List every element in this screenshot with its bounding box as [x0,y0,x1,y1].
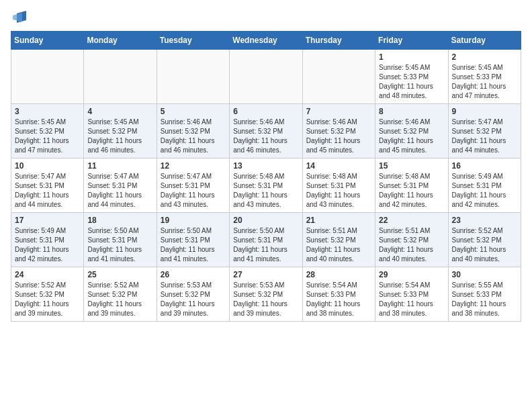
sunset: Sunset: 5:31 PM [379,182,429,189]
sunset: Sunset: 5:33 PM [452,73,502,81]
day-info: Sunrise: 5:54 AM Sunset: 5:33 PM Dayligh… [306,281,371,318]
sunset: Sunset: 5:32 PM [161,128,210,135]
calendar-cell: 4 Sunrise: 5:45 AM Sunset: 5:32 PM Dayli… [84,104,157,158]
day-number: 13 [233,161,298,171]
sunset: Sunset: 5:32 PM [233,128,283,135]
sunrise: Sunrise: 5:53 AM [233,281,284,289]
svg-marker-1 [13,13,22,22]
day-info: Sunrise: 5:51 AM Sunset: 5:32 PM Dayligh… [306,226,371,264]
day-info: Sunrise: 5:47 AM Sunset: 5:32 PM Dayligh… [452,118,517,155]
day-number: 19 [161,216,226,225]
sunrise: Sunrise: 5:55 AM [452,281,503,289]
sunset: Sunset: 5:32 PM [306,236,356,244]
day-info: Sunrise: 5:52 AM Sunset: 5:32 PM Dayligh… [87,281,152,318]
daylight: Daylight: 11 hours and 46 minutes. [87,137,142,154]
day-info: Sunrise: 5:48 AM Sunset: 5:31 PM Dayligh… [379,172,444,210]
day-number: 16 [452,161,517,171]
day-info: Sunrise: 5:47 AM Sunset: 5:31 PM Dayligh… [161,172,226,210]
calendar-cell: 1 Sunrise: 5:45 AM Sunset: 5:33 PM Dayli… [375,50,448,104]
day-number: 11 [87,161,152,171]
calendar-cell: 15 Sunrise: 5:48 AM Sunset: 5:31 PM Dayl… [375,158,448,213]
calendar-cell: 24 Sunrise: 5:52 AM Sunset: 5:32 PM Dayl… [11,267,84,322]
week-row-1: 1 Sunrise: 5:45 AM Sunset: 5:33 PM Dayli… [11,50,521,104]
day-info: Sunrise: 5:46 AM Sunset: 5:32 PM Dayligh… [379,118,444,155]
week-row-2: 3 Sunrise: 5:45 AM Sunset: 5:32 PM Dayli… [11,104,521,158]
day-number: 15 [379,161,444,171]
sunset: Sunset: 5:31 PM [15,236,64,244]
daylight: Daylight: 11 hours and 44 minutes. [87,191,142,208]
day-info: Sunrise: 5:46 AM Sunset: 5:32 PM Dayligh… [161,118,226,155]
daylight: Daylight: 11 hours and 47 minutes. [452,83,506,99]
sunset: Sunset: 5:32 PM [87,128,137,135]
sunrise: Sunrise: 5:48 AM [379,173,430,180]
daylight: Daylight: 11 hours and 41 minutes. [87,246,142,263]
day-info: Sunrise: 5:48 AM Sunset: 5:31 PM Dayligh… [233,172,298,210]
day-number: 6 [233,107,298,116]
sunrise: Sunrise: 5:45 AM [15,118,66,126]
day-info: Sunrise: 5:45 AM Sunset: 5:33 PM Dayligh… [452,63,517,101]
calendar-cell: 6 Sunrise: 5:46 AM Sunset: 5:32 PM Dayli… [230,104,302,158]
day-number: 21 [306,216,371,225]
calendar-cell: 13 Sunrise: 5:48 AM Sunset: 5:31 PM Dayl… [230,158,302,213]
day-info: Sunrise: 5:47 AM Sunset: 5:31 PM Dayligh… [15,172,80,210]
week-row-3: 10 Sunrise: 5:47 AM Sunset: 5:31 PM Dayl… [11,158,521,213]
day-info: Sunrise: 5:45 AM Sunset: 5:32 PM Dayligh… [87,118,152,155]
sunrise: Sunrise: 5:47 AM [452,118,503,126]
sunrise: Sunrise: 5:49 AM [452,173,503,180]
daylight: Daylight: 11 hours and 42 minutes. [15,246,69,263]
day-info: Sunrise: 5:54 AM Sunset: 5:33 PM Dayligh… [379,281,444,318]
day-info: Sunrise: 5:53 AM Sunset: 5:32 PM Dayligh… [233,281,298,318]
day-number: 29 [379,270,444,279]
daylight: Daylight: 11 hours and 42 minutes. [379,191,433,208]
sunrise: Sunrise: 5:52 AM [15,281,66,289]
day-info: Sunrise: 5:52 AM Sunset: 5:32 PM Dayligh… [452,226,517,264]
sunset: Sunset: 5:32 PM [452,236,502,244]
calendar-cell: 26 Sunrise: 5:53 AM Sunset: 5:32 PM Dayl… [157,267,229,322]
day-number: 1 [379,52,444,62]
sunrise: Sunrise: 5:46 AM [233,118,284,126]
daylight: Daylight: 11 hours and 38 minutes. [306,300,361,317]
sunrise: Sunrise: 5:54 AM [379,281,430,289]
sunset: Sunset: 5:32 PM [233,291,283,298]
day-number: 17 [15,216,80,225]
day-info: Sunrise: 5:50 AM Sunset: 5:31 PM Dayligh… [161,226,226,264]
sunrise: Sunrise: 5:47 AM [15,173,66,180]
sunset: Sunset: 5:32 PM [161,291,210,298]
daylight: Daylight: 11 hours and 40 minutes. [306,246,361,263]
sunset: Sunset: 5:32 PM [452,128,502,135]
sunset: Sunset: 5:31 PM [161,236,210,244]
daylight: Daylight: 11 hours and 45 minutes. [306,137,361,154]
sunset: Sunset: 5:31 PM [161,182,210,189]
calendar-cell: 23 Sunrise: 5:52 AM Sunset: 5:32 PM Dayl… [448,213,521,267]
weekday-header-monday: Monday [84,32,157,50]
day-number: 14 [306,161,371,171]
sunrise: Sunrise: 5:53 AM [161,281,212,289]
day-number: 24 [15,270,80,279]
sunset: Sunset: 5:31 PM [233,236,283,244]
sunset: Sunset: 5:33 PM [379,73,429,81]
calendar-cell [302,50,375,104]
daylight: Daylight: 11 hours and 39 minutes. [15,300,69,317]
daylight: Daylight: 11 hours and 40 minutes. [379,246,433,263]
calendar-cell: 25 Sunrise: 5:52 AM Sunset: 5:32 PM Dayl… [84,267,157,322]
day-number: 26 [161,270,226,279]
daylight: Daylight: 11 hours and 42 minutes. [452,191,506,208]
calendar-cell [157,50,229,104]
day-number: 2 [452,52,517,62]
day-info: Sunrise: 5:45 AM Sunset: 5:32 PM Dayligh… [15,118,80,155]
day-info: Sunrise: 5:53 AM Sunset: 5:32 PM Dayligh… [161,281,226,318]
weekday-header-sunday: Sunday [11,32,84,50]
week-row-5: 24 Sunrise: 5:52 AM Sunset: 5:32 PM Dayl… [11,267,521,322]
sunrise: Sunrise: 5:46 AM [161,118,212,126]
weekday-header-thursday: Thursday [302,32,375,50]
calendar-cell: 21 Sunrise: 5:51 AM Sunset: 5:32 PM Dayl… [302,213,375,267]
page-header [11,11,521,23]
sunrise: Sunrise: 5:52 AM [452,227,503,234]
weekday-header-tuesday: Tuesday [157,32,229,50]
calendar-cell: 22 Sunrise: 5:51 AM Sunset: 5:32 PM Dayl… [375,213,448,267]
daylight: Daylight: 11 hours and 40 minutes. [452,246,506,263]
calendar-table: SundayMondayTuesdayWednesdayThursdayFrid… [11,31,521,322]
day-info: Sunrise: 5:51 AM Sunset: 5:32 PM Dayligh… [379,226,444,264]
daylight: Daylight: 11 hours and 45 minutes. [379,137,433,154]
day-number: 18 [87,216,152,225]
